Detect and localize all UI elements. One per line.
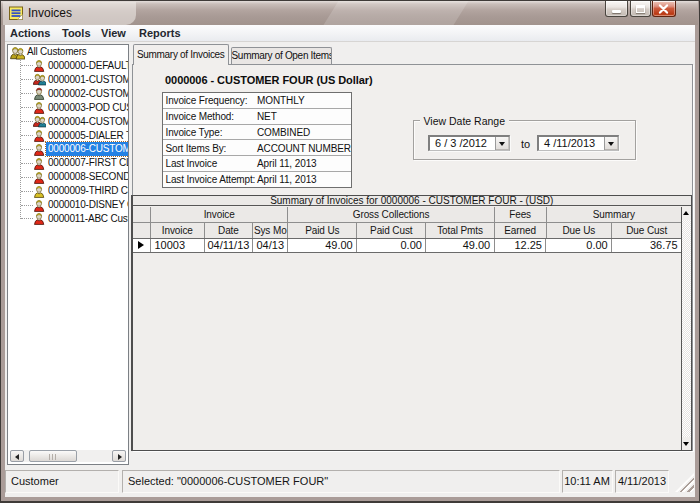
- cell-due-us: 0.00: [546, 239, 612, 252]
- customer-person-hat-icon: [33, 87, 46, 100]
- cell-invoice: 10003: [151, 239, 205, 252]
- group-invoice: Invoice: [151, 207, 289, 222]
- menu-actions[interactable]: Actions: [10, 25, 50, 41]
- column-paid-cust: Paid Cust: [357, 223, 426, 238]
- tree-connector: [21, 79, 33, 80]
- tree-item[interactable]: 0000009-THIRD CU: [8, 184, 129, 198]
- tree-connector: [21, 191, 33, 192]
- tree-item-label: 0000004-CUSTOM: [46, 115, 129, 129]
- scroll-grip-icon: [49, 454, 58, 460]
- invoice-info-table: Invoice Frequency: MONTHLY Invoice Metho…: [162, 92, 352, 188]
- scroll-right-icon: [118, 454, 122, 460]
- tree-connector: [21, 65, 33, 66]
- titlebar-streak: [324, 1, 469, 25]
- grid-scroll-down-button[interactable]: [682, 437, 691, 450]
- tree-item[interactable]: 0000010-DISNEY C: [8, 198, 129, 212]
- scroll-thumb[interactable]: [29, 450, 77, 462]
- customer-person-gold-icon: [33, 185, 46, 198]
- date-to-combobox[interactable]: 4 /11/2013: [537, 135, 619, 151]
- tree-item-label: 0000007-FIRST CL: [46, 156, 129, 170]
- tree-item[interactable]: 0000003-POD CUS: [8, 101, 129, 115]
- grid-vertical-scrollbar: [681, 207, 691, 450]
- info-label: Last Invoice Attempt:: [166, 174, 256, 185]
- info-value: MONTHLY: [257, 95, 304, 106]
- tree-connector: [21, 135, 33, 136]
- menu-reports[interactable]: Reports: [139, 25, 181, 41]
- minimize-button[interactable]: [605, 1, 629, 17]
- caption-buttons: [605, 1, 676, 17]
- tree-item-label: 0000006-CUSTOM: [46, 142, 129, 156]
- customer-person-icon: [33, 129, 46, 142]
- info-row: Invoice Method: NET: [163, 109, 351, 125]
- cell-date: 04/11/13: [205, 239, 253, 252]
- tree-item-label: 0000002-CUSTOM: [46, 87, 129, 101]
- info-label: Invoice Method:: [166, 111, 234, 122]
- tree-item-selected[interactable]: 0000006-CUSTOM: [8, 142, 129, 156]
- close-button[interactable]: [652, 1, 676, 17]
- grid-data-row[interactable]: 10003 04/11/13 04/13 49.00 0.00 49.00 12…: [133, 239, 682, 253]
- tree-root-all-customers[interactable]: All Customers: [8, 45, 129, 59]
- group-gross-collections: Gross Collections: [288, 207, 494, 222]
- column-sys-mo: Sys Mo: [253, 223, 288, 238]
- tree-item-label: 0000003-POD CUS: [46, 101, 129, 115]
- info-value: April 11, 2013: [257, 174, 317, 185]
- menu-tools[interactable]: Tools: [62, 25, 91, 41]
- cell-sys-mo: 04/13: [253, 239, 288, 252]
- tree-connector: [21, 163, 33, 164]
- grid-column-header-row: Invoice Date Sys Mo Paid Us Paid Cust To…: [133, 223, 682, 239]
- tree-item[interactable]: 0000008-SECOND: [8, 170, 129, 184]
- date-from-dropdown-button[interactable]: [495, 137, 510, 150]
- tree-item[interactable]: 0000000-DEFAULT: [8, 59, 129, 73]
- scroll-right-button[interactable]: [112, 450, 126, 462]
- tab-summary-of-invoices[interactable]: Summary of Invoices: [133, 44, 230, 65]
- minimize-icon: [612, 10, 621, 13]
- info-value: April 11, 2013: [257, 158, 317, 169]
- tree-item-label: 0000009-THIRD CU: [46, 184, 129, 198]
- tree-item[interactable]: 0000007-FIRST CL: [8, 156, 129, 170]
- date-to-dropdown-button[interactable]: [604, 137, 619, 150]
- current-row-icon: [138, 241, 144, 249]
- scroll-left-icon: [15, 454, 19, 460]
- dropdown-arrow-icon: [608, 142, 614, 146]
- maximize-button[interactable]: [630, 1, 651, 17]
- info-label: Invoice Type:: [166, 126, 223, 137]
- customer-person-icon: [33, 171, 46, 184]
- column-invoice: Invoice: [151, 223, 205, 238]
- status-panel-context: Customer: [5, 470, 119, 493]
- column-due-cust: Due Cust: [612, 223, 681, 238]
- groupbox-label: View Date Range: [420, 115, 510, 127]
- group-fees: Fees: [495, 207, 547, 222]
- grid-banner: Summary of Invoices for 0000006 - CUSTOM…: [133, 196, 692, 207]
- info-value: COMBINED: [257, 126, 310, 137]
- info-label: Sort Items By:: [166, 142, 227, 153]
- tree-item[interactable]: 0000002-CUSTOM: [8, 87, 129, 101]
- menu-view[interactable]: View: [101, 25, 126, 41]
- titlebar[interactable]: Invoices: [1, 1, 698, 25]
- cell-due-cust: 36.75: [612, 239, 681, 252]
- info-value: ACCOUNT NUMBER: [257, 142, 351, 153]
- tree-connector: [21, 177, 33, 178]
- app-icon: [8, 5, 25, 22]
- tab-summary-of-open-items[interactable]: Summary of Open Items: [231, 47, 332, 64]
- tree-item-label: 0000008-SECOND: [46, 170, 129, 184]
- tree-item[interactable]: 0000005-DIALER T: [8, 129, 129, 143]
- grid-scroll-up-button[interactable]: [682, 207, 691, 220]
- tree-item[interactable]: 0000004-CUSTOM: [8, 115, 129, 129]
- date-from-value: 6 / 3 /2012: [435, 137, 487, 150]
- status-panel-time: 10:11 AM: [562, 470, 613, 493]
- cell-total-pmts: 49.00: [426, 239, 494, 252]
- tree-item[interactable]: 0000011-ABC Cust: [8, 212, 129, 226]
- to-label: to: [521, 138, 530, 150]
- cell-paid-cust: 0.00: [357, 239, 426, 252]
- info-row: Last Invoice April 11, 2013: [163, 156, 351, 172]
- customer-header: 0000006 - CUSTOMER FOUR (US Dollar): [165, 74, 373, 86]
- group-summary: Summary: [547, 207, 682, 222]
- info-row: Last Invoice Attempt: April 11, 2013: [163, 172, 351, 187]
- column-selector: [133, 223, 151, 238]
- tree-connector: [21, 205, 33, 206]
- tree-connector: [21, 149, 33, 150]
- date-from-combobox[interactable]: 6 / 3 /2012: [428, 135, 510, 151]
- tree-item[interactable]: 0000001-CUSTOM: [8, 73, 129, 87]
- scroll-left-button[interactable]: [10, 450, 24, 462]
- customer-person-icon: [33, 143, 46, 156]
